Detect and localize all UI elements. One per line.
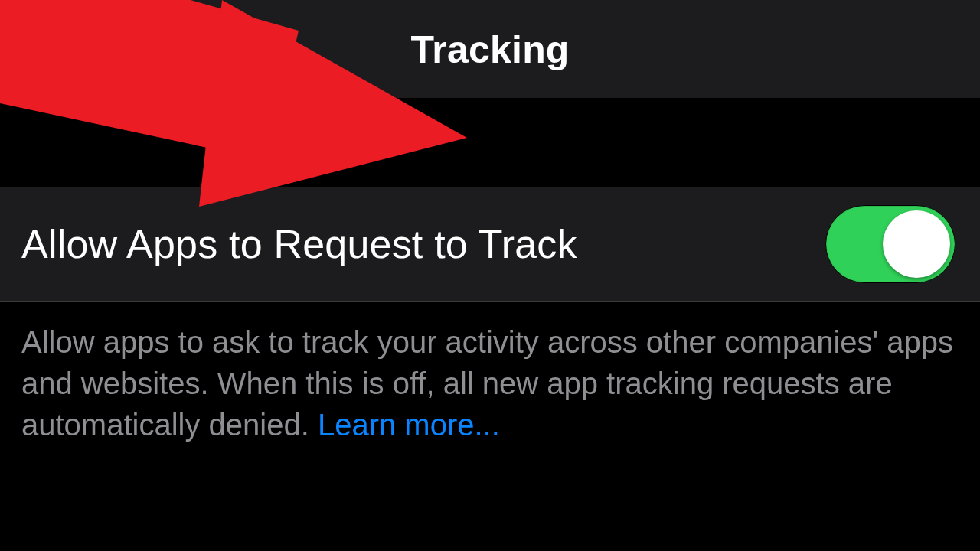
settings-tracking-screen: Tracking Allow Apps to Request to Track … bbox=[0, 0, 980, 551]
allow-apps-request-track-row[interactable]: Allow Apps to Request to Track bbox=[0, 187, 980, 302]
allow-tracking-toggle[interactable] bbox=[825, 205, 956, 283]
setting-label: Allow Apps to Request to Track bbox=[21, 221, 577, 267]
learn-more-link[interactable]: Learn more... bbox=[318, 408, 500, 442]
toggle-knob bbox=[883, 210, 950, 278]
nav-header: Tracking bbox=[0, 0, 980, 99]
setting-description: Allow apps to ask to track your activity… bbox=[21, 321, 959, 445]
page-title: Tracking bbox=[410, 28, 569, 72]
section-gap bbox=[0, 98, 980, 187]
